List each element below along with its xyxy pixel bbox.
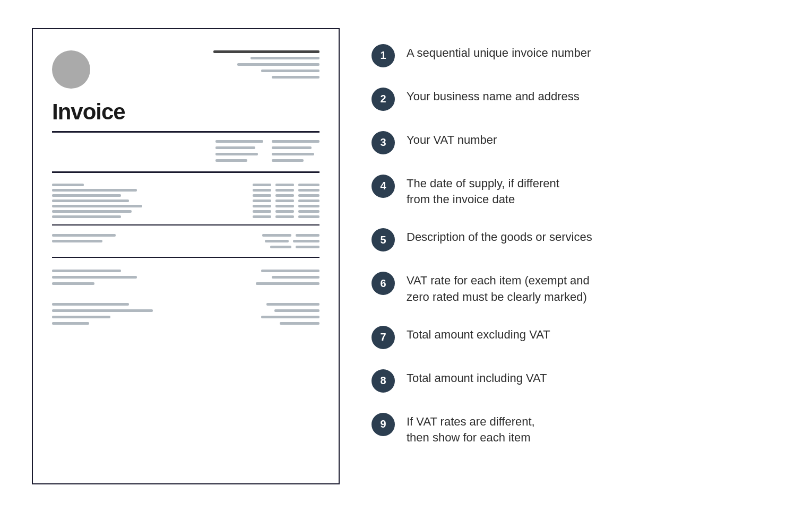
invoice-subtotals — [52, 234, 319, 248]
info-col-2 — [272, 140, 319, 162]
list-badge-4: 4 — [372, 175, 395, 198]
invoice-divider-4 — [52, 257, 319, 258]
info-bar-3 — [215, 153, 258, 155]
list-text-4: The date of supply, if different from th… — [407, 173, 559, 209]
list-item-8: 8 Total amount including VAT — [372, 359, 780, 402]
list-text-1: A sequential unique invoice number — [407, 43, 591, 62]
invoice-items — [52, 184, 319, 218]
list-text-3: Your VAT number — [407, 130, 497, 149]
list-panel: 1 A sequential unique invoice number 2 Y… — [372, 28, 780, 456]
list-text-8: Total amount including VAT — [407, 368, 547, 387]
footer-left — [52, 270, 153, 325]
invoice-title: Invoice — [52, 99, 319, 125]
invoice-header-right — [213, 50, 319, 79]
list-text-5: Description of the goods or services — [407, 227, 592, 246]
header-bar-5 — [272, 76, 319, 79]
list-item-9: 9 If VAT rates are different, then show … — [372, 402, 780, 456]
item-row-1 — [52, 184, 319, 218]
info-bar-6 — [272, 146, 312, 149]
page-container: Invoice — [0, 7, 812, 506]
info-bar-7 — [272, 153, 314, 155]
item-left-1 — [52, 184, 142, 218]
list-item-2: 2 Your business name and address — [372, 77, 780, 120]
list-item-3: 3 Your VAT number — [372, 120, 780, 164]
info-bar-2 — [215, 146, 255, 149]
list-badge-1: 1 — [372, 44, 395, 67]
list-badge-8: 8 — [372, 369, 395, 393]
info-bar-5 — [272, 140, 319, 143]
list-text-7: Total amount excluding VAT — [407, 325, 550, 343]
list-badge-7: 7 — [372, 326, 395, 349]
invoice-footer — [52, 270, 319, 325]
list-badge-5: 5 — [372, 228, 395, 251]
invoice-divider-2 — [52, 171, 319, 173]
list-item-1: 1 A sequential unique invoice number — [372, 33, 780, 77]
list-text-2: Your business name and address — [407, 86, 580, 105]
list-badge-9: 9 — [372, 413, 395, 436]
list-item-7: 7 Total amount excluding VAT — [372, 315, 780, 359]
invoice-mock: Invoice — [32, 28, 340, 484]
header-bar-1 — [213, 50, 319, 53]
header-bar-3 — [237, 63, 319, 66]
list-badge-3: 3 — [372, 131, 395, 154]
info-bar-1 — [215, 140, 263, 143]
invoice-divider-1 — [52, 131, 319, 133]
invoice-info-row — [52, 140, 319, 162]
invoice-header — [52, 45, 319, 89]
info-bar-8 — [272, 159, 304, 162]
header-bar-2 — [250, 57, 319, 59]
invoice-divider-3 — [52, 224, 319, 225]
list-text-9: If VAT rates are different, then show fo… — [407, 412, 535, 447]
info-bar-4 — [215, 159, 247, 162]
subtotals-right — [262, 234, 319, 248]
header-bar-4 — [261, 70, 319, 72]
list-item-4: 4 The date of supply, if different from … — [372, 164, 780, 218]
list-badge-6: 6 — [372, 272, 395, 295]
footer-right — [256, 270, 319, 325]
invoice-logo — [52, 50, 90, 89]
list-item-5: 5 Description of the goods or services — [372, 218, 780, 261]
list-badge-2: 2 — [372, 88, 395, 111]
info-col-1 — [215, 140, 263, 162]
list-item-6: 6 VAT rate for each item (exempt and zer… — [372, 261, 780, 315]
item-right-1 — [253, 184, 319, 218]
subtotals-left — [52, 234, 116, 242]
list-text-6: VAT rate for each item (exempt and zero … — [407, 271, 590, 306]
